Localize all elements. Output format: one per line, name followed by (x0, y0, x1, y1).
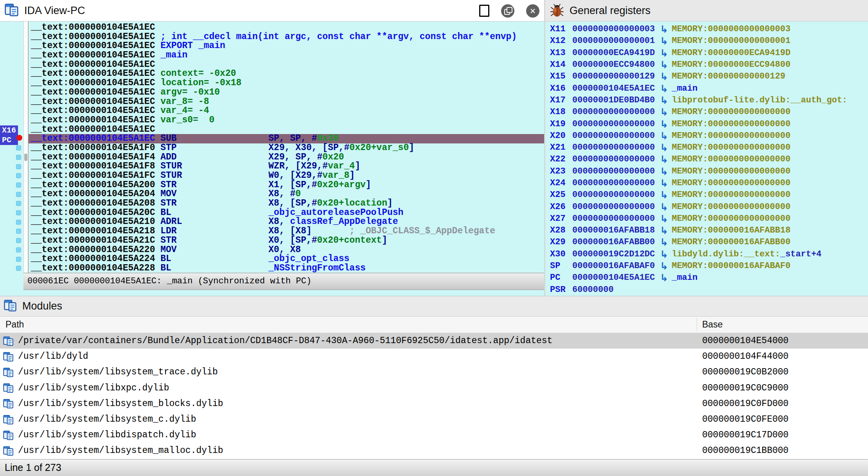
instruction-dot[interactable] (16, 220, 21, 225)
jump-arrow-icon[interactable]: ↳ (660, 236, 668, 248)
disassembly-line[interactable]: __text:0000000104E5A1EC SUB SP, SP, #0x3… (29, 134, 544, 143)
instruction-dot[interactable] (16, 266, 21, 271)
instruction-dot[interactable] (16, 210, 21, 215)
register-row-sp[interactable]: SP000000016AFABAF0↳MEMORY:000000016AFABA… (545, 260, 868, 272)
column-separator[interactable] (697, 318, 697, 331)
disassembly-line[interactable]: __text:0000000104E5A1EC context= -0x20 (29, 69, 544, 79)
disassembly-line[interactable]: __text:0000000104E5A1EC location= -0x18 (29, 79, 544, 88)
register-target[interactable]: MEMORY:000000016AFABAF0 (672, 260, 791, 272)
jump-arrow-icon[interactable]: ↳ (660, 177, 668, 189)
register-target[interactable]: MEMORY:0000000000000003 (672, 23, 791, 35)
register-target[interactable]: MEMORY:0000000000000000 (672, 177, 791, 189)
modules-titlebar[interactable]: Modules (0, 296, 868, 317)
module-row[interactable]: /usr/lib/system/libsystem_malloc.dylib00… (0, 443, 868, 458)
jump-arrow-icon[interactable]: ↳ (660, 130, 668, 142)
instruction-dot[interactable] (16, 145, 21, 150)
register-row-x16[interactable]: X160000000104E5A1EC↳_main (545, 82, 868, 94)
module-row[interactable]: /usr/lib/system/libsystem_c.dylib0000000… (0, 412, 868, 427)
register-target[interactable]: MEMORY:0000000000000000 (672, 106, 791, 118)
register-target[interactable]: MEMORY:0000000000000001 (672, 35, 791, 47)
jump-arrow-icon[interactable]: ↳ (660, 154, 668, 165)
close-button[interactable] (526, 4, 539, 18)
register-row-x29[interactable]: X29000000016AFABB00↳MEMORY:000000016AFAB… (545, 236, 868, 248)
register-target[interactable]: _main (672, 83, 697, 95)
register-target[interactable]: MEMORY:000000000000129 (672, 71, 785, 82)
disassembly-scrollbar[interactable] (23, 21, 28, 273)
register-row-x24[interactable]: X240000000000000000↳MEMORY:0000000000000… (545, 177, 868, 189)
disassembly-line[interactable]: __text:0000000104E5A1F0 STP X29, X30, [S… (29, 143, 544, 153)
disassembly-line[interactable]: __text:0000000104E5A1EC var_4= -4 (29, 106, 544, 116)
register-target[interactable]: MEMORY:000000016AFABB18 (672, 225, 791, 236)
register-row-x14[interactable]: X1400000000ECC94800↳MEMORY:00000000ECC94… (545, 59, 868, 71)
register-row-x20[interactable]: X200000000000000000↳MEMORY:0000000000000… (545, 130, 868, 142)
register-target[interactable]: MEMORY:0000000000000000 (672, 142, 791, 154)
modules-column-header[interactable]: Path Base (0, 317, 868, 333)
column-header-path[interactable]: Path (5, 317, 24, 333)
disassembly-line[interactable]: __text:0000000104E5A1EC (29, 60, 544, 70)
instruction-dot[interactable] (16, 192, 21, 197)
register-target[interactable]: MEMORY:0000000000000000 (672, 166, 791, 177)
jump-arrow-icon[interactable]: ↳ (660, 189, 668, 201)
disassembly-line[interactable]: __text:0000000104E5A1EC EXPORT _main (29, 41, 544, 51)
register-target[interactable]: MEMORY:000000016AFABB00 (672, 236, 791, 248)
jump-arrow-icon[interactable]: ↳ (660, 47, 668, 59)
float-window-button[interactable] (501, 4, 514, 18)
disassembly-line[interactable]: __text:0000000104E5A220 MOV X0, X8 (29, 245, 544, 255)
jump-arrow-icon[interactable]: ↳ (660, 201, 668, 213)
disassembly-line[interactable]: __text:0000000104E5A1F4 ADD X29, SP, #0x… (29, 153, 544, 162)
register-target[interactable]: MEMORY:00000000ECA9419D (672, 47, 791, 59)
register-target[interactable]: MEMORY:0000000000000000 (672, 130, 791, 142)
disassembly-line[interactable]: __text:0000000104E5A1F8 STUR WZR, [X29,#… (29, 162, 544, 171)
register-target[interactable]: MEMORY:0000000000000000 (672, 118, 791, 130)
instruction-dot[interactable] (16, 247, 21, 252)
disassembly-line[interactable]: __text:0000000104E5A1EC argv= -0x10 (29, 88, 544, 97)
instruction-dot[interactable] (16, 155, 21, 160)
disassembly-line[interactable]: __text:0000000104E5A1EC _main (29, 51, 544, 60)
register-row-x25[interactable]: X250000000000000000↳MEMORY:0000000000000… (545, 189, 868, 201)
register-row-x18[interactable]: X180000000000000000↳MEMORY:0000000000000… (545, 106, 868, 118)
register-row-x17[interactable]: X1700000001DE0BD4B0↳libprotobuf-lite.dyl… (545, 95, 868, 106)
register-row-x27[interactable]: X270000000000000000↳MEMORY:0000000000000… (545, 213, 868, 225)
module-row[interactable]: /usr/lib/system/libxpc.dylib000000019C0C… (0, 380, 868, 396)
column-header-base[interactable]: Base (702, 317, 722, 333)
instruction-dot[interactable] (16, 238, 21, 243)
jump-arrow-icon[interactable]: ↳ (660, 225, 668, 236)
jump-arrow-icon[interactable]: ↳ (660, 35, 668, 47)
disassembly-line[interactable]: __text:0000000104E5A228 BL _NSStringFrom… (29, 264, 544, 273)
instruction-dot[interactable] (16, 173, 21, 178)
disassembly-line[interactable]: __text:0000000104E5A1EC ; int __cdecl ma… (29, 32, 544, 42)
register-row-x19[interactable]: X190000000000000000↳MEMORY:0000000000000… (545, 118, 868, 130)
disassembly-line[interactable]: __text:0000000104E5A21C STR X0, [SP,#0x2… (29, 236, 544, 245)
module-row[interactable]: /usr/lib/dyld0000000104F44000 (0, 349, 868, 364)
register-row-x28[interactable]: X28000000016AFABB18↳MEMORY:000000016AFAB… (545, 225, 868, 236)
disassembly-line[interactable]: __text:0000000104E5A218 LDR X8, [X8] ; _… (29, 227, 544, 236)
jump-arrow-icon[interactable]: ↳ (660, 260, 668, 272)
register-row-x13[interactable]: X1300000000ECA9419D↳MEMORY:00000000ECA94… (545, 47, 868, 59)
jump-arrow-icon[interactable]: ↳ (660, 166, 668, 177)
jump-arrow-icon[interactable]: ↳ (660, 213, 668, 225)
disassembly-line[interactable]: __text:0000000104E5A200 STR X1, [SP,#0x2… (29, 181, 544, 190)
disassembly-line[interactable]: __text:0000000104E5A1FC STUR W0, [X29,#v… (29, 171, 544, 181)
jump-arrow-icon[interactable]: ↳ (660, 71, 668, 82)
jump-arrow-icon[interactable]: ↳ (660, 106, 668, 118)
jump-arrow-icon[interactable]: ↳ (660, 142, 668, 154)
disassembly-gutter[interactable]: X16 PC (0, 21, 23, 290)
jump-arrow-icon[interactable]: ↳ (660, 249, 668, 260)
disassembly-line[interactable]: __text:0000000104E5A224 BL _objc_opt_cla… (29, 254, 544, 264)
register-row-x30[interactable]: X30000000019C2D12DC↳libdyld.dylib:__text… (545, 249, 868, 260)
maximize-button[interactable] (479, 5, 489, 17)
jump-arrow-icon[interactable]: ↳ (660, 83, 668, 95)
register-target[interactable]: libdyld.dylib:__text: (672, 249, 780, 260)
registers-titlebar[interactable]: General registers (545, 0, 868, 21)
disassembly-code[interactable]: __text:0000000104E5A1EC__text:0000000104… (28, 21, 544, 273)
register-row-pc[interactable]: PC0000000104E5A1EC↳_main (545, 272, 868, 284)
jump-arrow-icon[interactable]: ↳ (660, 23, 668, 35)
register-row-x23[interactable]: X230000000000000000↳MEMORY:0000000000000… (545, 166, 868, 177)
register-target[interactable]: MEMORY:0000000000000000 (672, 213, 791, 225)
disassembly-line[interactable]: __text:0000000104E5A204 MOV X8, #0 (29, 190, 544, 199)
module-row[interactable]: /usr/lib/system/libsystem_trace.dylib000… (0, 364, 868, 380)
register-row-x15[interactable]: X150000000000000129↳MEMORY:0000000000001… (545, 71, 868, 82)
disassembly-line[interactable]: __text:0000000104E5A210 ADRL X8, classRe… (29, 217, 544, 227)
jump-arrow-icon[interactable]: ↳ (660, 118, 668, 130)
instruction-dot[interactable] (16, 164, 21, 169)
